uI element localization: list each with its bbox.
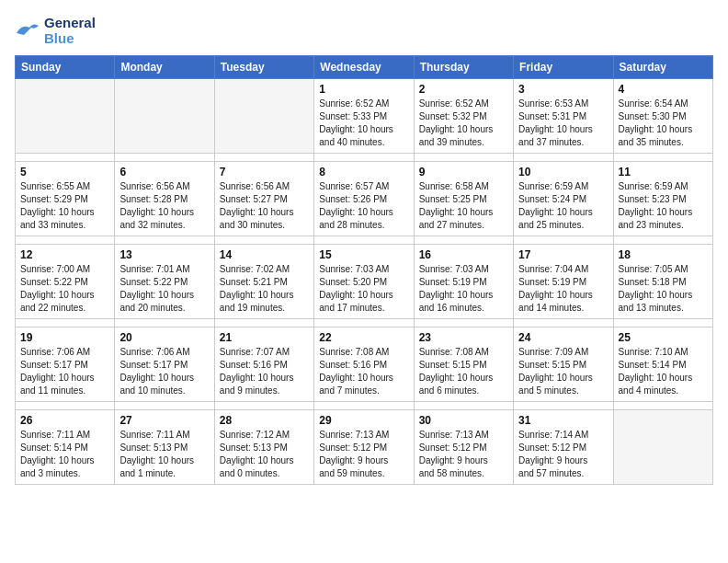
day-info: Sunrise: 7:13 AM Sunset: 5:12 PM Dayligh… <box>419 429 508 480</box>
day-number: 8 <box>319 166 408 178</box>
header-thursday: Thursday <box>414 56 513 79</box>
day-info: Sunrise: 6:59 AM Sunset: 5:23 PM Dayligh… <box>619 180 708 232</box>
header-friday: Friday <box>514 56 613 79</box>
day-info: Sunrise: 6:58 AM Sunset: 5:25 PM Dayligh… <box>419 180 508 232</box>
day-info: Sunrise: 6:59 AM Sunset: 5:24 PM Dayligh… <box>518 180 608 232</box>
calendar-day-cell: 6Sunrise: 6:56 AM Sunset: 5:28 PM Daylig… <box>115 162 214 236</box>
day-number: 17 <box>518 248 608 261</box>
day-info: Sunrise: 7:06 AM Sunset: 5:17 PM Dayligh… <box>119 346 209 397</box>
calendar-day-cell: 5Sunrise: 6:55 AM Sunset: 5:29 PM Daylig… <box>16 162 115 236</box>
calendar-day-cell: 22Sunrise: 7:08 AM Sunset: 5:16 PM Dayli… <box>314 327 414 402</box>
day-number: 18 <box>619 248 708 261</box>
day-info: Sunrise: 7:01 AM Sunset: 5:22 PM Dayligh… <box>119 263 209 315</box>
week-separator <box>16 236 713 245</box>
calendar-day-cell: 10Sunrise: 6:59 AM Sunset: 5:24 PM Dayli… <box>514 162 613 236</box>
day-number: 3 <box>518 83 608 96</box>
day-number: 11 <box>619 166 708 178</box>
logo-text: General Blue <box>44 15 96 46</box>
day-info: Sunrise: 6:57 AM Sunset: 5:26 PM Dayligh… <box>319 180 408 232</box>
day-info: Sunrise: 6:52 AM Sunset: 5:33 PM Dayligh… <box>319 98 408 149</box>
day-number: 31 <box>518 414 608 427</box>
calendar-day-cell: 18Sunrise: 7:05 AM Sunset: 5:18 PM Dayli… <box>613 245 712 319</box>
day-info: Sunrise: 7:12 AM Sunset: 5:13 PM Dayligh… <box>220 429 309 480</box>
calendar-day-cell: 12Sunrise: 7:00 AM Sunset: 5:22 PM Dayli… <box>16 245 115 319</box>
calendar-day-cell: 30Sunrise: 7:13 AM Sunset: 5:12 PM Dayli… <box>414 410 513 485</box>
calendar-day-cell: 27Sunrise: 7:11 AM Sunset: 5:13 PM Dayli… <box>115 410 214 485</box>
day-number: 21 <box>220 331 309 344</box>
day-info: Sunrise: 6:55 AM Sunset: 5:29 PM Dayligh… <box>20 180 109 232</box>
calendar-day-cell: 7Sunrise: 6:56 AM Sunset: 5:27 PM Daylig… <box>214 162 313 236</box>
calendar-week-row: 1Sunrise: 6:52 AM Sunset: 5:33 PM Daylig… <box>16 79 713 154</box>
day-info: Sunrise: 7:03 AM Sunset: 5:20 PM Dayligh… <box>319 263 408 315</box>
day-info: Sunrise: 7:06 AM Sunset: 5:17 PM Dayligh… <box>20 346 109 397</box>
calendar-day-cell: 3Sunrise: 6:53 AM Sunset: 5:31 PM Daylig… <box>514 79 613 154</box>
calendar-day-cell: 2Sunrise: 6:52 AM Sunset: 5:32 PM Daylig… <box>414 79 513 154</box>
calendar-day-cell: 29Sunrise: 7:13 AM Sunset: 5:12 PM Dayli… <box>314 410 414 485</box>
day-info: Sunrise: 6:54 AM Sunset: 5:30 PM Dayligh… <box>619 98 708 149</box>
calendar-day-cell: 16Sunrise: 7:03 AM Sunset: 5:19 PM Dayli… <box>414 245 513 319</box>
calendar-day-cell: 13Sunrise: 7:01 AM Sunset: 5:22 PM Dayli… <box>115 245 214 319</box>
day-info: Sunrise: 6:56 AM Sunset: 5:28 PM Dayligh… <box>119 180 209 232</box>
day-number: 5 <box>20 166 109 178</box>
calendar-day-cell: 1Sunrise: 6:52 AM Sunset: 5:33 PM Daylig… <box>314 79 414 154</box>
calendar-day-cell: 9Sunrise: 6:58 AM Sunset: 5:25 PM Daylig… <box>414 162 513 236</box>
day-info: Sunrise: 7:08 AM Sunset: 5:15 PM Dayligh… <box>419 346 508 397</box>
day-info: Sunrise: 7:11 AM Sunset: 5:13 PM Dayligh… <box>119 429 209 480</box>
calendar-day-cell: 17Sunrise: 7:04 AM Sunset: 5:19 PM Dayli… <box>514 245 613 319</box>
calendar-table: SundayMondayTuesdayWednesdayThursdayFrid… <box>15 55 713 485</box>
day-info: Sunrise: 7:07 AM Sunset: 5:16 PM Dayligh… <box>220 346 309 397</box>
day-number: 14 <box>220 248 309 261</box>
logo-bird-icon <box>15 20 40 40</box>
calendar-week-row: 19Sunrise: 7:06 AM Sunset: 5:17 PM Dayli… <box>16 327 713 402</box>
calendar-week-row: 12Sunrise: 7:00 AM Sunset: 5:22 PM Dayli… <box>16 245 713 319</box>
calendar-day-cell: 21Sunrise: 7:07 AM Sunset: 5:16 PM Dayli… <box>214 327 313 402</box>
day-number: 20 <box>119 331 209 344</box>
day-info: Sunrise: 7:03 AM Sunset: 5:19 PM Dayligh… <box>419 263 508 315</box>
day-number: 12 <box>20 248 109 261</box>
day-number: 15 <box>319 248 408 261</box>
week-separator <box>16 402 713 410</box>
calendar-day-cell: 28Sunrise: 7:12 AM Sunset: 5:13 PM Dayli… <box>214 410 313 485</box>
day-number: 2 <box>419 83 508 96</box>
calendar-day-cell <box>214 79 313 154</box>
calendar-day-cell: 11Sunrise: 6:59 AM Sunset: 5:23 PM Dayli… <box>613 162 712 236</box>
calendar-day-cell: 19Sunrise: 7:06 AM Sunset: 5:17 PM Dayli… <box>16 327 115 402</box>
calendar-day-cell: 26Sunrise: 7:11 AM Sunset: 5:14 PM Dayli… <box>16 410 115 485</box>
week-separator <box>16 154 713 162</box>
week-separator <box>16 319 713 327</box>
calendar-day-cell: 14Sunrise: 7:02 AM Sunset: 5:21 PM Dayli… <box>214 245 313 319</box>
header-saturday: Saturday <box>613 56 712 79</box>
calendar-week-row: 5Sunrise: 6:55 AM Sunset: 5:29 PM Daylig… <box>16 162 713 236</box>
day-number: 29 <box>319 414 408 427</box>
day-number: 28 <box>220 414 309 427</box>
header-tuesday: Tuesday <box>214 56 313 79</box>
day-number: 9 <box>419 166 508 178</box>
calendar-day-cell <box>613 410 712 485</box>
day-info: Sunrise: 7:09 AM Sunset: 5:15 PM Dayligh… <box>518 346 608 397</box>
day-number: 7 <box>220 166 309 178</box>
day-info: Sunrise: 7:04 AM Sunset: 5:19 PM Dayligh… <box>518 263 608 315</box>
day-info: Sunrise: 7:11 AM Sunset: 5:14 PM Dayligh… <box>20 429 109 480</box>
day-info: Sunrise: 7:02 AM Sunset: 5:21 PM Dayligh… <box>220 263 309 315</box>
calendar-day-cell <box>115 79 214 154</box>
day-number: 13 <box>119 248 209 261</box>
page-header: General Blue <box>15 15 713 46</box>
day-number: 24 <box>518 331 608 344</box>
calendar-day-cell: 8Sunrise: 6:57 AM Sunset: 5:26 PM Daylig… <box>314 162 414 236</box>
day-number: 16 <box>419 248 508 261</box>
day-info: Sunrise: 7:05 AM Sunset: 5:18 PM Dayligh… <box>619 263 708 315</box>
header-wednesday: Wednesday <box>314 56 414 79</box>
calendar-header-row: SundayMondayTuesdayWednesdayThursdayFrid… <box>16 56 713 79</box>
calendar-day-cell: 31Sunrise: 7:14 AM Sunset: 5:12 PM Dayli… <box>514 410 613 485</box>
calendar-day-cell: 20Sunrise: 7:06 AM Sunset: 5:17 PM Dayli… <box>115 327 214 402</box>
day-info: Sunrise: 7:13 AM Sunset: 5:12 PM Dayligh… <box>319 429 408 480</box>
calendar-week-row: 26Sunrise: 7:11 AM Sunset: 5:14 PM Dayli… <box>16 410 713 485</box>
calendar-day-cell <box>16 79 115 154</box>
header-sunday: Sunday <box>16 56 115 79</box>
day-number: 1 <box>319 83 408 96</box>
day-info: Sunrise: 7:10 AM Sunset: 5:14 PM Dayligh… <box>619 346 708 397</box>
day-info: Sunrise: 6:52 AM Sunset: 5:32 PM Dayligh… <box>419 98 508 149</box>
day-info: Sunrise: 7:08 AM Sunset: 5:16 PM Dayligh… <box>319 346 408 397</box>
calendar-day-cell: 15Sunrise: 7:03 AM Sunset: 5:20 PM Dayli… <box>314 245 414 319</box>
calendar-day-cell: 25Sunrise: 7:10 AM Sunset: 5:14 PM Dayli… <box>613 327 712 402</box>
